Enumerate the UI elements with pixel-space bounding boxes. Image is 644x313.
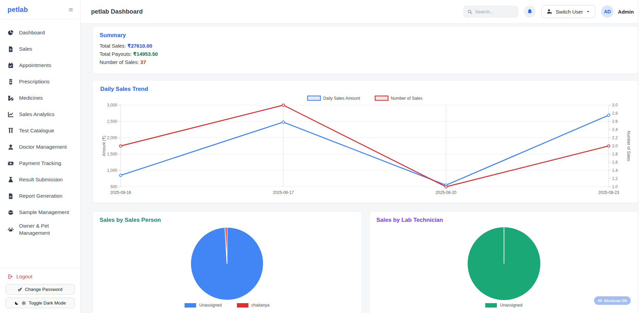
sidebar-item-label: Sales <box>19 46 32 53</box>
calendar-check-icon <box>7 62 14 69</box>
svg-text:2.0: 2.0 <box>612 144 618 148</box>
sidebar-item-sample-management[interactable]: Sample Management <box>0 204 80 220</box>
moon-icon <box>14 301 19 306</box>
sidebar-item-owner-pet-management[interactable]: Owner & Pet Management <box>0 220 80 239</box>
svg-text:Daily Sales Amount: Daily Sales Amount <box>323 96 360 101</box>
sidebar-item-label: Doctor Management <box>19 144 67 151</box>
file-invoice-dollar-icon: $ <box>7 46 14 52</box>
chevron-down-icon <box>586 10 590 14</box>
summary-value: 37 <box>140 59 146 65</box>
search-input[interactable] <box>475 9 514 14</box>
sidebar-item-label: Report Generation <box>19 193 63 200</box>
hamburger-icon <box>68 7 73 12</box>
svg-text:2.8: 2.8 <box>612 111 618 116</box>
sidebar-item-medicines[interactable]: Medicines <box>0 90 80 106</box>
svg-text:2,500: 2,500 <box>107 119 117 124</box>
logout-label: Logout <box>16 274 32 280</box>
sidebar-item-label: Owner & Pet Management <box>19 223 75 237</box>
daily-sales-trend-chart: 5001,0001,5002,0002,5003,0002025-08-1620… <box>98 94 632 198</box>
summary-rows: Total Sales: ₹27610.00Total Payouts: ₹14… <box>100 42 631 66</box>
switch-user-label: Switch User <box>556 9 583 15</box>
svg-text:2025-08-16: 2025-08-16 <box>110 190 131 195</box>
legend-label: chaitanya <box>251 303 270 308</box>
sidebar-item-result-submission[interactable]: Result Submission <box>0 171 80 188</box>
summary-row: Total Payouts: ₹14953.50 <box>100 50 631 58</box>
svg-text:2.4: 2.4 <box>612 127 618 132</box>
daily-sales-trend-title: Daily Sales Trend <box>98 86 635 93</box>
sales-by-sales-person-legend: Unassignedchaitanya <box>100 303 355 308</box>
logout-link[interactable]: Logout <box>5 272 75 281</box>
sidebar-item-prescriptions[interactable]: Prescriptions <box>0 73 80 90</box>
sidebar-item-dashboard[interactable]: Dashboard <box>0 24 80 41</box>
user-doctor-icon <box>7 144 14 150</box>
change-password-button[interactable]: Change Password <box>5 284 75 295</box>
sidebar-item-sales[interactable]: $Sales <box>0 41 80 57</box>
svg-text:2.2: 2.2 <box>612 135 618 140</box>
svg-text:1.2: 1.2 <box>612 176 618 181</box>
bell-icon <box>527 9 533 15</box>
svg-text:2025-08-20: 2025-08-20 <box>436 190 457 195</box>
sidebar-item-sales-analytics[interactable]: Sales Analytics <box>0 106 80 122</box>
change-password-label: Change Password <box>25 287 62 292</box>
pie-legend-item: chaitanya <box>237 303 270 308</box>
legend-swatch <box>185 303 196 308</box>
sidebar-item-label: Dashboard <box>19 29 45 36</box>
user-switch-icon <box>546 9 553 15</box>
pie-legend-item: Unassigned <box>185 303 222 308</box>
sales-by-lab-technician-legend: Unassigned <box>377 303 632 308</box>
sidebar-item-test-catalogue[interactable]: Test Catalogue <box>0 122 80 139</box>
sidebar-item-label: Payment Tracking <box>19 160 61 167</box>
scrollbar-track[interactable] <box>638 0 644 313</box>
svg-text:1.6: 1.6 <box>612 160 618 165</box>
sidebar-item-appointments[interactable]: Appointments <box>0 57 80 73</box>
legend-swatch <box>485 303 497 308</box>
svg-text:3,000: 3,000 <box>107 103 117 108</box>
svg-text:2.6: 2.6 <box>612 119 618 124</box>
sales-by-sales-person-card: Sales by Sales Person Unassignedchaitany… <box>92 211 362 313</box>
svg-text:1,000: 1,000 <box>107 168 117 173</box>
svg-text:2025-08-17: 2025-08-17 <box>273 190 294 195</box>
summary-card: Summary Total Sales: ₹27610.00Total Payo… <box>92 26 639 74</box>
daily-sales-trend-card: Daily Sales Trend 5001,0001,5002,0002,50… <box>92 80 639 203</box>
shortcuts-badge[interactable]: Shortcuts ON <box>594 296 631 305</box>
sidebar-item-label: Medicines <box>19 95 43 102</box>
svg-text:2025-08-23: 2025-08-23 <box>598 190 619 195</box>
switch-user-button[interactable]: Switch User <box>541 5 595 18</box>
sidebar-item-doctor-management[interactable]: Doctor Management <box>0 139 80 155</box>
svg-text:3.0: 3.0 <box>612 103 618 108</box>
avatar[interactable]: AD <box>601 5 613 18</box>
svg-text:2,000: 2,000 <box>107 135 117 140</box>
svg-text:Number of Sales: Number of Sales <box>626 131 631 161</box>
vials-icon <box>7 128 14 134</box>
sidebar-toggle-button[interactable] <box>68 7 73 12</box>
money-bill-icon <box>7 160 14 167</box>
sidebar-item-label: Sample Management <box>19 209 69 216</box>
pie-row: Sales by Sales Person Unassignedchaitany… <box>92 211 639 313</box>
chart-line-icon <box>7 111 14 118</box>
shortcuts-badge-label: Shortcuts ON <box>604 299 627 303</box>
box-open-icon <box>7 209 14 216</box>
sidebar: petlab Dashboard$SalesAppointmentsPrescr… <box>0 0 81 313</box>
toggle-dark-mode-button[interactable]: Toggle Dark Mode <box>5 298 75 308</box>
sidebar-item-label: Appointments <box>19 62 51 69</box>
svg-text:Number of Sales: Number of Sales <box>391 96 422 101</box>
summary-title: Summary <box>100 32 631 39</box>
user-name: Admin <box>618 9 634 15</box>
sales-by-sales-person-chart <box>145 224 309 301</box>
svg-text:500: 500 <box>110 184 117 189</box>
search-box <box>464 6 518 17</box>
svg-text:1.8: 1.8 <box>612 152 618 156</box>
sidebar-logo-row: petlab <box>0 0 80 19</box>
sidebar-item-label: Sales Analytics <box>19 111 54 118</box>
sidebar-item-payment-tracking[interactable]: Payment Tracking <box>0 155 80 171</box>
summary-row: Number of Sales: 37 <box>100 58 631 66</box>
summary-value: ₹27610.00 <box>127 43 152 49</box>
svg-text:$: $ <box>10 48 12 51</box>
svg-text:1.0: 1.0 <box>612 184 618 189</box>
sidebar-item-report-generation[interactable]: Report Generation <box>0 188 80 204</box>
legend-swatch <box>237 303 248 308</box>
app-logo: petlab <box>7 6 28 14</box>
sidebar-item-label: Prescriptions <box>19 78 50 85</box>
notifications-button[interactable] <box>524 6 536 18</box>
paw-icon <box>7 226 14 233</box>
